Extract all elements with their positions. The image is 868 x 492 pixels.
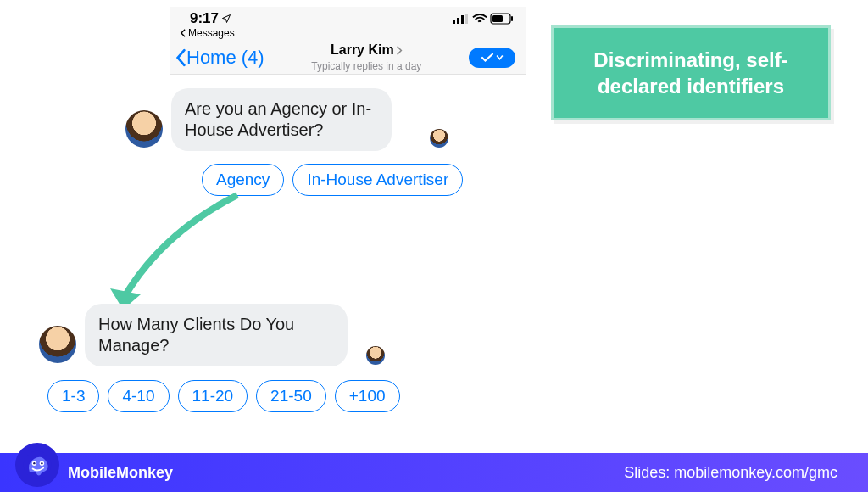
status-time: 9:17 <box>190 10 231 27</box>
contact-name: Larry Kim <box>331 42 394 58</box>
reply-inhouse[interactable]: In-House Advertiser <box>292 164 463 196</box>
brand-name: MobileMonkey <box>68 464 173 482</box>
contact-subtitle: Typically replies in a day <box>311 60 421 72</box>
svg-point-10 <box>33 462 35 464</box>
home-button[interactable]: Home (4) <box>175 47 264 69</box>
brand: MobileMonkey <box>15 458 173 487</box>
back-label: Messages <box>188 27 235 39</box>
done-button[interactable] <box>469 48 515 68</box>
caret-down-icon <box>496 53 504 62</box>
reply-11-20[interactable]: 11-20 <box>178 380 248 412</box>
svg-rect-3 <box>465 14 468 24</box>
wifi-icon <box>472 14 487 24</box>
quick-replies-2: 1-3 4-10 11-20 21-50 +100 <box>47 380 400 412</box>
back-to-messages[interactable]: Messages <box>170 27 526 41</box>
time-text: 9:17 <box>190 10 219 27</box>
read-receipt-avatar <box>366 346 385 365</box>
reply-1-3[interactable]: 1-3 <box>47 380 99 412</box>
conversation-title[interactable]: Larry Kim Typically replies in a day <box>311 42 421 74</box>
bot-message-1: Are you an Agency or In-House Advertiser… <box>125 88 392 151</box>
reply-100plus[interactable]: +100 <box>335 380 400 412</box>
brand-logo-icon <box>15 443 59 487</box>
message-bubble: How Many Clients Do You Manage? <box>85 304 348 366</box>
status-right-icons <box>453 13 514 25</box>
svg-rect-2 <box>461 15 464 24</box>
home-label: Home (4) <box>186 47 264 69</box>
status-bar: 9:17 <box>170 7 526 27</box>
svg-rect-5 <box>511 16 513 21</box>
svg-rect-0 <box>453 20 455 24</box>
avatar <box>125 110 163 148</box>
callout-box: Discriminating, self-declared identifier… <box>551 25 831 120</box>
avatar <box>39 326 76 363</box>
svg-rect-1 <box>457 18 459 24</box>
signal-icon <box>453 14 470 24</box>
battery-icon <box>490 13 514 25</box>
bot-message-2: How Many Clients Do You Manage? <box>39 304 348 366</box>
chevron-left-icon <box>175 48 186 67</box>
message-bubble: Are you an Agency or In-House Advertiser… <box>171 88 392 151</box>
caret-left-icon <box>180 29 186 37</box>
chevron-right-icon <box>396 46 403 55</box>
location-icon <box>221 14 231 24</box>
phone-header: 9:17 Messages Home (4) <box>170 7 526 75</box>
svg-point-11 <box>41 462 42 464</box>
reply-agency[interactable]: Agency <box>202 164 284 196</box>
quick-replies-1: Agency In-House Advertiser <box>202 164 463 196</box>
reply-21-50[interactable]: 21-50 <box>256 380 326 412</box>
check-icon <box>481 53 494 63</box>
arrow-annotation <box>102 191 271 318</box>
reply-4-10[interactable]: 4-10 <box>108 380 169 412</box>
slide-footer: MobileMonkey Slides: mobilemonkey.com/gm… <box>0 453 868 492</box>
read-receipt-avatar <box>430 129 448 148</box>
slides-link: Slides: mobilemonkey.com/gmc <box>624 464 837 482</box>
svg-rect-6 <box>492 15 503 22</box>
